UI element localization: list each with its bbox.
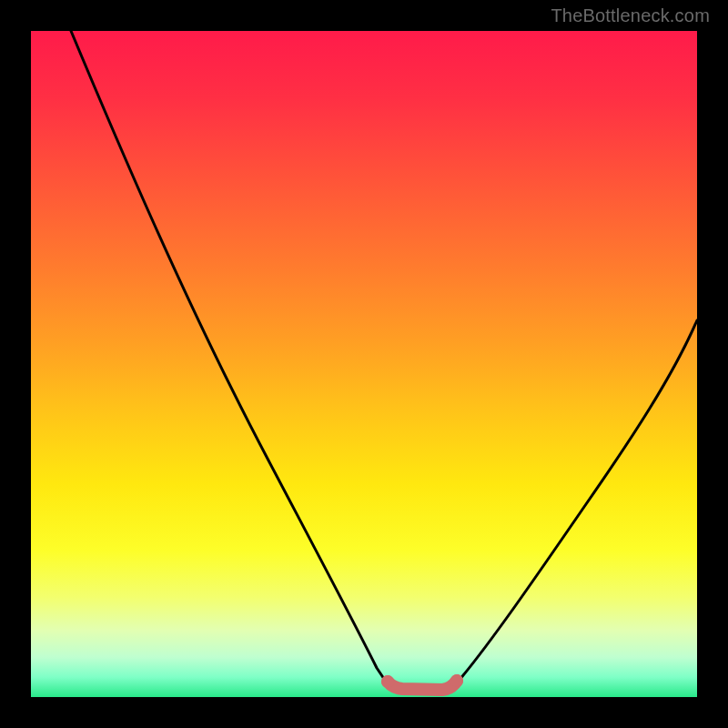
curve-layer (31, 31, 697, 697)
valley-marker-start-dot (381, 675, 394, 688)
valley-marker (388, 681, 457, 690)
valley-marker-end-dot (450, 674, 463, 687)
left-curve (71, 31, 390, 688)
watermark-text: TheBottleneck.com (551, 5, 710, 26)
right-curve (454, 320, 697, 686)
plot-area (31, 31, 697, 697)
chart-frame: TheBottleneck.com (0, 0, 728, 728)
